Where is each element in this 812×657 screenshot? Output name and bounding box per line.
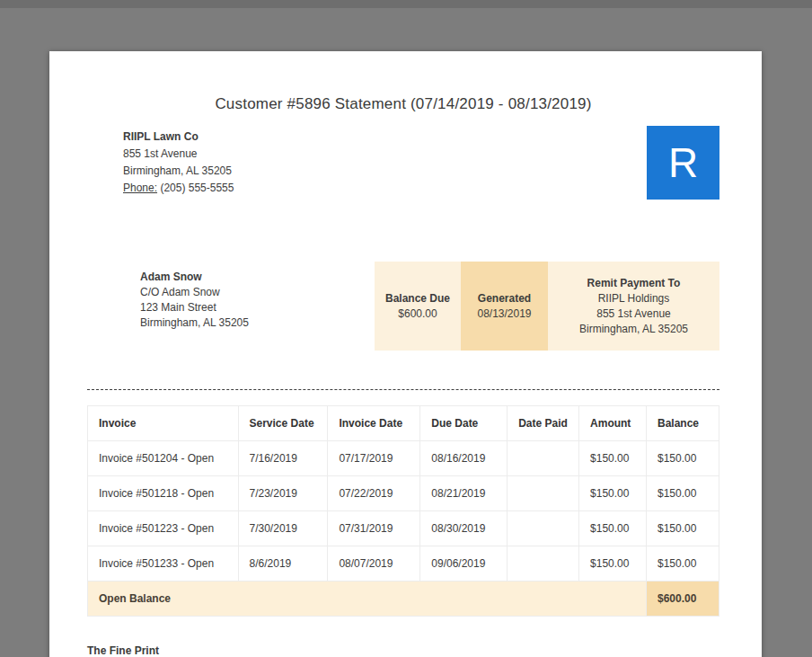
statement-header: RIIPL Lawn Co 855 1st Avenue Birmingham,… (87, 129, 719, 200)
table-header-row: Invoice Service Date Invoice Date Due Da… (88, 406, 719, 441)
cell-invoice: Invoice #501223 - Open (88, 511, 239, 546)
cell-invoice: Invoice #501204 - Open (88, 441, 239, 476)
open-balance-row: Open Balance $600.00 (88, 582, 719, 617)
cell-invoice: Invoice #501218 - Open (88, 476, 239, 511)
table-row: Invoice #501233 - Open 8/6/2019 08/07/20… (88, 546, 719, 582)
col-header-balance: Balance (647, 406, 719, 441)
remit-payment-box: Remit Payment To RIIPL Holdings 855 1st … (548, 262, 719, 351)
cell-date-paid (508, 441, 579, 476)
remit-line1: RIIPL Holdings (548, 291, 719, 306)
cell-service-date: 7/30/2019 (238, 511, 328, 546)
cell-date-paid (508, 476, 579, 511)
table-row: Invoice #501204 - Open 7/16/2019 07/17/2… (88, 441, 719, 476)
company-address-line1: 855 1st Avenue (123, 146, 234, 163)
cell-amount: $150.00 (579, 441, 647, 476)
generated-value: 08/13/2019 (461, 306, 548, 322)
statement-content: Customer #5896 Statement (07/14/2019 - 0… (49, 51, 762, 657)
company-address-line2: Birmingham, AL 35205 (123, 163, 234, 180)
table-row: Invoice #501223 - Open 7/30/2019 07/31/2… (88, 511, 719, 546)
remit-line3: Birmingham, AL 35205 (548, 322, 719, 337)
table-row: Invoice #501218 - Open 7/23/2019 07/22/2… (88, 476, 719, 511)
generated-box: Generated 08/13/2019 (461, 262, 548, 351)
cell-balance: $150.00 (647, 476, 719, 511)
dashed-divider (87, 389, 719, 390)
cell-invoice-date: 08/07/2019 (328, 546, 420, 582)
cell-date-paid (508, 511, 579, 546)
cell-amount: $150.00 (579, 476, 647, 511)
cell-service-date: 7/23/2019 (238, 476, 328, 511)
col-header-invoice: Invoice (88, 406, 239, 441)
balance-due-label: Balance Due (375, 291, 461, 306)
cell-invoice: Invoice #501233 - Open (88, 546, 239, 582)
company-name: RIIPL Lawn Co (123, 129, 234, 146)
cell-due-date: 08/30/2019 (420, 511, 508, 546)
customer-summary-row: Adam Snow C/O Adam Snow 123 Main Street … (87, 262, 719, 351)
cell-invoice-date: 07/31/2019 (328, 511, 420, 546)
balance-due-box: Balance Due $600.00 (375, 262, 461, 351)
customer-line2: 123 Main Street (140, 300, 249, 315)
phone-label: Phone: (123, 182, 157, 194)
viewer-top-edge (0, 0, 812, 8)
cell-service-date: 8/6/2019 (238, 546, 328, 582)
cell-amount: $150.00 (579, 511, 647, 546)
cell-balance: $150.00 (647, 441, 719, 476)
customer-line1: C/O Adam Snow (140, 285, 249, 300)
company-info-block: RIIPL Lawn Co 855 1st Avenue Birmingham,… (123, 129, 234, 200)
statement-page: Customer #5896 Statement (07/14/2019 - 0… (49, 51, 762, 657)
cell-amount: $150.00 (579, 546, 647, 582)
logo-letter: R (668, 138, 698, 187)
open-balance-label: Open Balance (88, 582, 647, 617)
invoice-table: Invoice Service Date Invoice Date Due Da… (87, 405, 719, 617)
balance-due-value: $600.00 (375, 306, 461, 322)
col-header-service-date: Service Date (238, 406, 328, 441)
cell-invoice-date: 07/17/2019 (328, 441, 420, 476)
cell-invoice-date: 07/22/2019 (328, 476, 420, 511)
cell-due-date: 09/06/2019 (420, 546, 508, 582)
company-phone-line: Phone: (205) 555-5555 (123, 180, 234, 197)
open-balance-value: $600.00 (647, 582, 719, 617)
cell-date-paid (508, 546, 579, 582)
cell-due-date: 08/16/2019 (420, 441, 508, 476)
customer-address-block: Adam Snow C/O Adam Snow 123 Main Street … (140, 262, 249, 331)
cell-balance: $150.00 (647, 546, 719, 582)
statement-title: Customer #5896 Statement (07/14/2019 - 0… (87, 51, 719, 113)
remit-line2: 855 1st Avenue (548, 306, 719, 322)
col-header-due-date: Due Date (420, 406, 508, 441)
cell-balance: $150.00 (647, 511, 719, 546)
customer-name: Adam Snow (140, 270, 249, 285)
fine-print-heading: The Fine Print (87, 644, 719, 657)
company-logo: R (647, 126, 719, 200)
customer-line3: Birmingham, AL 35205 (140, 315, 249, 331)
col-header-invoice-date: Invoice Date (328, 406, 420, 441)
col-header-amount: Amount (579, 406, 647, 441)
col-header-date-paid: Date Paid (508, 406, 579, 441)
phone-number: (205) 555-5555 (160, 182, 234, 194)
cell-service-date: 7/16/2019 (238, 441, 328, 476)
cell-due-date: 08/21/2019 (420, 476, 508, 511)
remit-label: Remit Payment To (548, 276, 719, 291)
generated-label: Generated (461, 291, 548, 306)
summary-boxes: Balance Due $600.00 Generated 08/13/2019… (375, 262, 719, 351)
